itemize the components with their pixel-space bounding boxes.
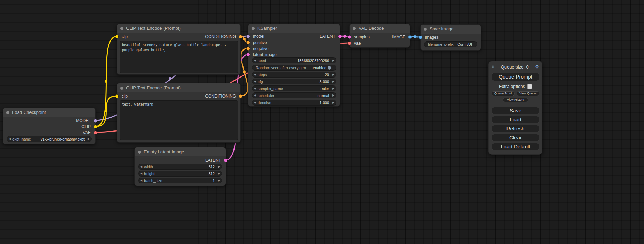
input-negative[interactable]: negative — [248, 46, 268, 52]
refresh-button[interactable]: Refresh — [492, 125, 539, 132]
prompt-textarea[interactable]: beautiful scenery nature glass bottle la… — [120, 41, 238, 73]
node-clip-text-encode-positive[interactable]: CLIP Text Encode (Prompt) clip CONDITION… — [117, 24, 241, 75]
clip-output-port[interactable] — [94, 125, 97, 128]
decrement-arrow-icon[interactable]: ◀ — [7, 136, 12, 142]
node-title-bar[interactable]: CLIP Text Encode (Prompt) — [117, 83, 240, 92]
output-vae[interactable]: VAE — [83, 130, 95, 135]
extra-options-checkbox[interactable] — [527, 84, 532, 89]
clip-input-port[interactable] — [115, 35, 118, 38]
output-image[interactable]: IMAGE — [392, 34, 410, 40]
latent-output-port[interactable] — [224, 159, 227, 162]
decrement-arrow-icon[interactable]: ◀ — [252, 100, 258, 106]
increment-arrow-icon[interactable]: ▶ — [216, 164, 222, 170]
decrement-arrow-icon[interactable]: ◀ — [139, 171, 144, 177]
denoise-widget[interactable]: ◀ denoise 1.000 ▶ — [252, 100, 336, 106]
increment-arrow-icon[interactable]: ▶ — [330, 79, 336, 84]
output-conditioning[interactable]: CONDITIONING — [205, 93, 240, 99]
node-save-image[interactable]: Save Image images filename_prefix ComfyU… — [420, 24, 481, 51]
input-clip[interactable]: clip — [117, 34, 128, 39]
random-seed-toggle[interactable]: Random seed after every gen enabled — [252, 65, 336, 71]
samples-input-port[interactable] — [348, 36, 351, 39]
collapse-dot[interactable] — [424, 28, 427, 31]
node-title-bar[interactable]: Save Image — [421, 25, 481, 34]
images-input-port[interactable] — [419, 36, 422, 39]
save-button[interactable]: Save — [492, 107, 539, 114]
node-title-bar[interactable]: CLIP Text Encode (Prompt) — [117, 24, 240, 33]
steps-widget[interactable]: ◀ steps 20 ▶ — [252, 72, 336, 78]
conditioning-output-port[interactable] — [239, 35, 242, 38]
positive-input-port[interactable] — [247, 41, 250, 44]
load-button[interactable]: Load — [492, 116, 539, 123]
model-input-port[interactable] — [247, 35, 250, 38]
clear-button[interactable]: Clear — [492, 134, 539, 141]
node-title-bar[interactable]: Load Checkpoint — [3, 108, 95, 117]
output-model[interactable]: MODEL — [76, 118, 95, 124]
node-vae-decode[interactable]: VAE Decode samples IMAGE vae — [349, 24, 410, 48]
prompt-textarea[interactable]: text, watermark — [120, 100, 238, 140]
node-graph-canvas[interactable]: Load Checkpoint MODEL CLIP VAE ◀ ckpt_na… — [0, 0, 644, 244]
input-model[interactable]: model — [248, 34, 264, 39]
increment-arrow-icon[interactable]: ▶ — [86, 136, 91, 142]
node-title-bar[interactable]: KSampler — [248, 24, 340, 33]
increment-arrow-icon[interactable]: ▶ — [330, 92, 336, 98]
collapse-dot[interactable] — [120, 27, 123, 30]
input-latent-image[interactable]: latent_image — [248, 52, 277, 57]
collapse-dot[interactable] — [138, 151, 141, 154]
output-conditioning[interactable]: CONDITIONING — [205, 34, 240, 39]
decrement-arrow-icon[interactable]: ◀ — [252, 57, 258, 63]
input-images[interactable]: images — [421, 35, 439, 40]
node-load-checkpoint[interactable]: Load Checkpoint MODEL CLIP VAE ◀ ckpt_na… — [3, 108, 96, 144]
node-ksampler[interactable]: KSampler model LATENT positive negative … — [248, 24, 340, 107]
decrement-arrow-icon[interactable]: ◀ — [252, 85, 258, 91]
collapse-dot[interactable] — [6, 111, 9, 114]
collapse-dot[interactable] — [353, 27, 356, 30]
toggle-indicator[interactable] — [328, 66, 331, 70]
load-default-button[interactable]: Load Default — [492, 143, 539, 150]
increment-arrow-icon[interactable]: ▶ — [216, 171, 222, 177]
queue-prompt-button[interactable]: Queue Prompt — [492, 73, 539, 81]
width-widget[interactable]: ◀ width 512 ▶ — [138, 164, 222, 170]
scheduler-widget[interactable]: ◀ scheduler normal ▶ — [252, 92, 336, 98]
decrement-arrow-icon[interactable]: ◀ — [252, 79, 258, 84]
increment-arrow-icon[interactable]: ▶ — [330, 72, 336, 78]
vae-output-port[interactable] — [94, 131, 97, 134]
vae-input-port[interactable] — [348, 42, 351, 45]
batch-size-widget[interactable]: ◀ batch_size 1 ▶ — [138, 178, 222, 183]
latent-image-input-port[interactable] — [247, 53, 250, 56]
output-clip[interactable]: CLIP — [81, 124, 95, 129]
decrement-arrow-icon[interactable]: ◀ — [252, 92, 258, 98]
height-widget[interactable]: ◀ height 512 ▶ — [138, 171, 222, 177]
settings-gear-icon[interactable]: ⚙ — [535, 64, 539, 70]
model-output-port[interactable] — [94, 119, 97, 123]
increment-arrow-icon[interactable]: ▶ — [330, 57, 336, 63]
input-positive[interactable]: positive — [248, 40, 267, 45]
collapse-dot[interactable] — [120, 87, 123, 90]
output-latent[interactable]: LATENT — [320, 34, 340, 39]
drag-handle-icon[interactable]: ⠿ — [492, 64, 495, 69]
node-clip-text-encode-negative[interactable]: CLIP Text Encode (Prompt) clip CONDITION… — [117, 83, 241, 143]
conditioning-output-port[interactable] — [239, 95, 242, 98]
seed-widget[interactable]: ◀ seed 156680208700286 ▶ — [252, 57, 336, 63]
increment-arrow-icon[interactable]: ▶ — [330, 100, 336, 106]
node-title-bar[interactable]: VAE Decode — [350, 24, 410, 33]
sampler-name-widget[interactable]: ◀ sampler_name euler ▶ — [252, 85, 336, 91]
node-empty-latent-image[interactable]: Empty Latent Image LATENT ◀ width 512 ▶ … — [134, 147, 226, 186]
output-latent[interactable]: LATENT — [205, 157, 226, 163]
collapse-dot[interactable] — [252, 27, 255, 30]
increment-arrow-icon[interactable]: ▶ — [216, 178, 222, 183]
increment-arrow-icon[interactable]: ▶ — [330, 85, 336, 91]
decrement-arrow-icon[interactable]: ◀ — [139, 164, 144, 170]
cfg-widget[interactable]: ◀ cfg 8.000 ▶ — [252, 79, 336, 84]
node-title-bar[interactable]: Empty Latent Image — [135, 147, 226, 156]
negative-input-port[interactable] — [247, 47, 250, 51]
input-samples[interactable]: samples — [350, 34, 370, 40]
decrement-arrow-icon[interactable]: ◀ — [252, 72, 258, 78]
ckpt-name-widget[interactable]: ◀ ckpt_name v1-5-pruned-emaonly.ckpt ▶ — [7, 136, 92, 142]
queue-front-button[interactable]: Queue Front — [492, 91, 515, 96]
decrement-arrow-icon[interactable]: ◀ — [139, 178, 144, 183]
latent-output-port[interactable] — [338, 35, 342, 38]
filename-prefix-widget[interactable]: filename_prefix ComfyUI — [424, 41, 477, 47]
input-vae[interactable]: vae — [350, 40, 361, 46]
clip-input-port[interactable] — [115, 95, 118, 98]
view-queue-button[interactable]: View Queue — [517, 91, 540, 96]
